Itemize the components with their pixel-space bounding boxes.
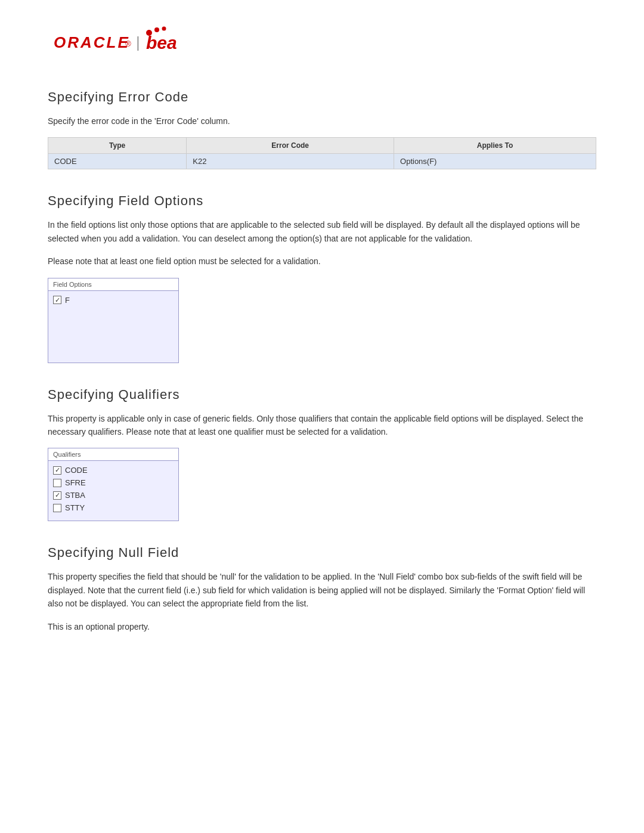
error-code-table: Type Error Code Applies To CODE K22 Opti…: [48, 137, 596, 169]
qualifier-stty[interactable]: STTY: [53, 503, 174, 512]
error-code-description: Specify the error code in the 'Error Cod…: [48, 114, 596, 128]
field-options-description2: Please note that at least one field opti…: [48, 255, 596, 268]
table-header-row: Type Error Code Applies To: [48, 138, 596, 154]
qualifier-stty-label: STTY: [65, 503, 85, 512]
field-options-body: ✓ F: [48, 291, 178, 363]
qualifiers-description: This property is applicable only in case…: [48, 412, 596, 439]
cell-applies-to: Options(F): [394, 154, 596, 169]
qualifiers-title: Specifying Qualifiers: [48, 387, 596, 402]
checkbox-stba-icon[interactable]: ✓: [53, 491, 61, 500]
qualifier-code[interactable]: ✓ CODE: [53, 466, 174, 475]
svg-point-5: [162, 27, 166, 31]
logo-area: ORACLE ® | bea: [48, 24, 596, 60]
qualifier-sfre[interactable]: SFRE: [53, 478, 174, 487]
qualifiers-box: Qualifiers ✓ CODE SFRE ✓ STBA STTY: [48, 448, 179, 521]
checkbox-code-icon[interactable]: ✓: [53, 466, 61, 475]
cell-error-code: K22: [187, 154, 394, 169]
field-option-f[interactable]: ✓ F: [53, 296, 174, 305]
null-field-title: Specifying Null Field: [48, 545, 596, 561]
oracle-bea-logo: ORACLE ® | bea: [48, 24, 203, 60]
qualifier-stba[interactable]: ✓ STBA: [53, 491, 174, 500]
col-header-error-code: Error Code: [187, 138, 394, 154]
qualifier-stba-label: STBA: [65, 491, 85, 500]
svg-text:bea: bea: [146, 33, 177, 52]
checkbox-sfre-icon[interactable]: [53, 479, 61, 487]
null-field-description1: This property specifies the field that s…: [48, 570, 596, 610]
table-row: CODE K22 Options(F): [48, 154, 596, 169]
field-options-description1: In the field options list only those opt…: [48, 218, 596, 245]
col-header-applies-to: Applies To: [394, 138, 596, 154]
checkbox-f-icon[interactable]: ✓: [53, 296, 61, 304]
field-option-f-label: F: [65, 296, 70, 305]
specifying-error-code-section: Specifying Error Code Specify the error …: [48, 89, 596, 169]
specifying-qualifiers-section: Specifying Qualifiers This property is a…: [48, 387, 596, 522]
svg-point-4: [154, 27, 159, 32]
qualifier-sfre-label: SFRE: [65, 478, 86, 487]
qualifiers-box-header: Qualifiers: [48, 448, 178, 461]
null-field-description2: This is an optional property.: [48, 620, 596, 633]
field-options-title: Specifying Field Options: [48, 193, 596, 209]
qualifier-code-label: CODE: [65, 466, 88, 475]
cell-type: CODE: [48, 154, 187, 169]
checkbox-stty-icon[interactable]: [53, 504, 61, 512]
field-options-box: Field Options ✓ F: [48, 278, 179, 363]
qualifiers-body: ✓ CODE SFRE ✓ STBA STTY: [48, 461, 178, 521]
field-options-box-header: Field Options: [48, 278, 178, 291]
svg-text:®: ®: [125, 39, 131, 48]
specifying-field-options-section: Specifying Field Options In the field op…: [48, 193, 596, 363]
specifying-null-field-section: Specifying Null Field This property spec…: [48, 545, 596, 633]
svg-text:ORACLE: ORACLE: [54, 33, 130, 51]
col-header-type: Type: [48, 138, 187, 154]
error-code-title: Specifying Error Code: [48, 89, 596, 105]
svg-text:|: |: [136, 33, 140, 51]
